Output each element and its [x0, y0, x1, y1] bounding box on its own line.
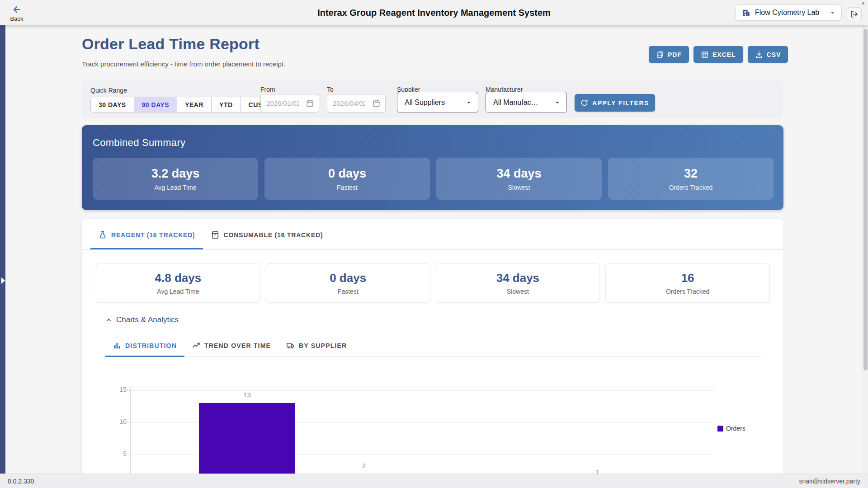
app-version: 0.0.2.330: [8, 478, 34, 485]
chart-y-tick-label: 10: [108, 418, 127, 425]
chart-tab-distribution-label: DISTRIBUTION: [125, 342, 177, 349]
stat-value: 0 days: [330, 271, 366, 285]
calendar-icon: [306, 99, 314, 108]
logged-in-user: snair@sidserver.party: [799, 478, 860, 485]
lab-selector-value: Flow Cytometry Lab: [755, 9, 819, 17]
building-icon: [742, 9, 750, 17]
from-date-input[interactable]: 2026/01/02: [260, 94, 319, 113]
truck-icon: [286, 341, 295, 350]
stat-label: Slowest: [508, 184, 530, 191]
summary-tile-orders-tracked: 32 Orders Tracked: [608, 158, 774, 200]
chart-tick-mark: [127, 390, 130, 391]
page-title: Order Lead Time Report: [82, 35, 259, 53]
stat-label: Avg Lead Time: [154, 184, 196, 191]
tab-reagent[interactable]: REAGENT (16 TRACKED): [90, 221, 203, 249]
export-csv-button[interactable]: CSV: [748, 46, 788, 63]
stat-value: 34 days: [496, 271, 539, 285]
trend-line-icon: [192, 342, 200, 350]
export-excel-button[interactable]: EXCEL: [693, 46, 743, 63]
supplier-value: All Suppliers: [405, 99, 445, 107]
tab-reagent-label: REAGENT (16 TRACKED): [111, 231, 195, 239]
summary-tile-slowest: 34 days Slowest: [436, 158, 602, 200]
quick-range-30-days[interactable]: 30 DAYS: [91, 97, 134, 112]
chart-y-tick-label: 5: [108, 450, 127, 457]
to-date-label: To: [327, 86, 334, 93]
chart-tick-mark: [127, 455, 130, 455]
stat-label: Fastest: [338, 288, 359, 295]
table-icon: [701, 51, 709, 59]
app-window: Back Interax Group Reagent Inventory Man…: [0, 0, 868, 488]
chevron-down-icon: [830, 10, 835, 15]
category-tab-bar: REAGENT (16 TRACKED) CONSUMABLE (16 TRAC…: [82, 221, 783, 250]
sidebar-expand-arrow-icon[interactable]: [1, 277, 5, 284]
chart-tick-mark: [127, 422, 130, 423]
tab-consumable-label: CONSUMABLE (16 TRACKED): [224, 231, 323, 239]
vertical-scrollbar-track[interactable]: [863, 25, 868, 474]
from-date-value: 2026/01/02: [266, 99, 299, 107]
caret-down-icon: [555, 100, 560, 105]
stat-label: Fastest: [337, 184, 358, 191]
collapsed-sidebar-strip: [0, 25, 5, 474]
quick-range-90-days[interactable]: 90 DAYS: [134, 97, 177, 112]
quick-range-year[interactable]: YEAR: [177, 97, 211, 112]
chart-tab-by-supplier[interactable]: BY SUPPLIER: [278, 335, 354, 357]
quick-range-segmented-control: 30 DAYS 90 DAYS YEAR YTD CUSTOM: [90, 97, 285, 113]
refresh-icon: [580, 99, 588, 107]
combined-summary-panel: Combined Summary 3.2 days Avg Lead Time …: [82, 125, 783, 210]
chart-legend[interactable]: Orders: [717, 425, 745, 432]
logout-button[interactable]: [847, 7, 862, 21]
caret-down-icon: [466, 100, 472, 105]
stat-card-orders-tracked: 16 Orders Tracked: [605, 263, 770, 303]
summary-tile-fastest: 0 days Fastest: [264, 158, 430, 200]
tab-consumable[interactable]: CONSUMABLE (16 TRACKED): [203, 221, 331, 249]
stat-label: Slowest: [507, 288, 529, 295]
stat-value: 34 days: [496, 167, 541, 181]
stat-value: 3.2 days: [151, 167, 200, 181]
report-detail-card: REAGENT (16 TRACKED) CONSUMABLE (16 TRAC…: [82, 219, 783, 488]
stat-label: Orders Tracked: [669, 184, 712, 191]
export-excel-label: EXCEL: [712, 51, 736, 58]
top-bar: Back Interax Group Reagent Inventory Man…: [0, 0, 868, 25]
supplier-select[interactable]: All Suppliers: [397, 92, 478, 113]
to-date-input[interactable]: 2026/04/02: [327, 94, 386, 113]
vertical-scrollbar-thumb[interactable]: [863, 29, 868, 371]
status-bar: 0.0.2.330 snair@sidserver.party: [0, 474, 868, 488]
summary-tile-avg-lead-time: 3.2 days Avg Lead Time: [93, 158, 258, 200]
legend-label: Orders: [726, 425, 745, 432]
chart-bar-value-label: 13: [229, 391, 265, 399]
to-date-value: 2026/04/02: [333, 99, 365, 107]
chevron-up-icon: [105, 317, 112, 324]
export-pdf-label: PDF: [668, 51, 682, 58]
download-icon: [755, 51, 763, 59]
stat-card-avg-lead-time: 4.8 days Avg Lead Time: [96, 263, 260, 303]
stat-label: Orders Tracked: [666, 288, 709, 295]
chart-y-tick-label: 15: [108, 386, 127, 393]
quick-range-label: Quick Range: [90, 87, 127, 94]
bar-chart-icon: [113, 342, 121, 350]
legend-swatch: [717, 426, 723, 432]
chart-y-axis-line: [130, 387, 131, 488]
chart-tab-distribution[interactable]: DISTRIBUTION: [105, 335, 184, 357]
pdf-pages-icon: PDF: [656, 51, 664, 59]
combined-summary-title: Combined Summary: [93, 137, 185, 149]
quick-range-ytd[interactable]: YTD: [211, 97, 241, 112]
manufacturer-value: All Manufacturers: [493, 99, 540, 107]
chart-gridline: [130, 390, 714, 391]
flask-icon: [98, 230, 107, 239]
lead-time-distribution-chart: 5101513201Orders: [82, 372, 783, 488]
stat-card-fastest: 0 days Fastest: [266, 263, 430, 303]
manufacturer-select[interactable]: All Manufacturers: [486, 92, 567, 113]
category-stat-cards: 4.8 days Avg Lead Time 0 days Fastest 34…: [96, 263, 770, 303]
page-subtitle: Track procurement efficiency - time from…: [82, 60, 285, 68]
export-pdf-button[interactable]: PDF PDF: [649, 46, 689, 63]
stat-card-slowest: 34 days Slowest: [436, 263, 600, 303]
lab-selector-dropdown[interactable]: Flow Cytometry Lab: [735, 5, 842, 21]
apply-filters-button[interactable]: APPLY FILTERS: [575, 94, 655, 112]
chart-tab-trend-over-time[interactable]: TREND OVER TIME: [184, 335, 278, 357]
charts-analytics-collapse-header[interactable]: Charts & Analytics: [105, 315, 179, 324]
stat-value: 16: [681, 271, 694, 285]
chart-tab-trend-label: TREND OVER TIME: [204, 342, 271, 349]
filter-panel: Quick Range 30 DAYS 90 DAYS YEAR YTD CUS…: [82, 80, 783, 118]
charts-analytics-title: Charts & Analytics: [116, 315, 179, 324]
apply-filters-label: APPLY FILTERS: [592, 99, 649, 107]
